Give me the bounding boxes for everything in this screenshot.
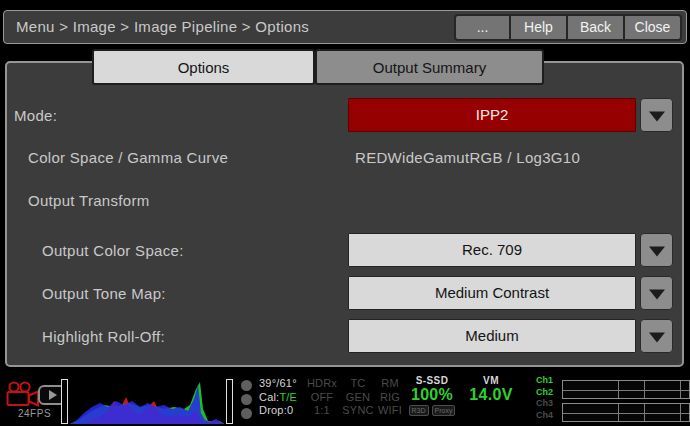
output-tone-map-label: Output Tone Map: bbox=[42, 285, 166, 302]
output-color-space-dropdown[interactable]: Rec. 709 bbox=[348, 233, 636, 267]
channel-2-label: Ch2 bbox=[536, 387, 553, 399]
titlebar-button-group: ... Help Back Close bbox=[454, 14, 682, 41]
mode-dropdown-arrow-icon[interactable] bbox=[640, 98, 673, 132]
media-status[interactable]: S-SSD 100% R3D Proxy bbox=[406, 375, 458, 416]
calibration-label: Cal: bbox=[259, 391, 279, 403]
timecode-status-column[interactable]: TCGENSYNC bbox=[340, 377, 376, 418]
histogram-right-bracket bbox=[226, 379, 233, 424]
voltage-value: 14.0V bbox=[465, 386, 517, 404]
rm-label: RM bbox=[381, 377, 399, 389]
status-bar: 24FPS 39°/61°Cal:T/EDrop:0 HDRxOFF1:1 TC… bbox=[0, 368, 690, 426]
histogram-left-bracket bbox=[61, 379, 68, 424]
camera-health-column[interactable]: 39°/61°Cal:T/EDrop:0 bbox=[259, 377, 297, 418]
output-transform-heading: Output Transform bbox=[28, 192, 150, 209]
highlight-rolloff-dropdown[interactable]: Medium bbox=[348, 319, 636, 353]
audio-channel-labels[interactable]: Ch1 Ch2 Ch3 Ch4 bbox=[536, 375, 553, 421]
breadcrumb: Menu > Image > Image Pipeline > Options bbox=[16, 18, 309, 35]
mode-dropdown[interactable]: IPP2 bbox=[348, 98, 636, 132]
output-color-space-label: Output Color Space: bbox=[42, 242, 184, 259]
rig-status-column[interactable]: RMRIGWIFI bbox=[372, 377, 408, 418]
audio-meter-ch1-ch2 bbox=[562, 380, 690, 399]
channel-1-label: Ch1 bbox=[536, 375, 553, 387]
color-space-gamma-label: Color Space / Gamma Curve bbox=[28, 149, 228, 166]
hdrx-mode: OFF bbox=[311, 391, 334, 403]
media-capacity-value: 100% bbox=[406, 386, 458, 404]
output-color-space-dropdown-arrow-icon[interactable] bbox=[640, 233, 673, 267]
status-led-2 bbox=[241, 394, 252, 405]
status-led-3 bbox=[241, 408, 252, 419]
tc-gen: GEN bbox=[346, 391, 370, 403]
record-camera-icon[interactable] bbox=[5, 381, 40, 409]
audio-meter-ch3-ch4 bbox=[562, 403, 690, 422]
tc-sync: SYNC bbox=[342, 404, 373, 416]
output-tone-map-dropdown-arrow-icon[interactable] bbox=[640, 276, 673, 310]
calibration-value: T/E bbox=[279, 391, 297, 403]
more-button[interactable]: ... bbox=[454, 14, 511, 41]
tab-output-summary[interactable]: Output Summary bbox=[315, 49, 544, 85]
close-button[interactable]: Close bbox=[625, 14, 682, 41]
back-button[interactable]: Back bbox=[568, 14, 625, 41]
proxy-badge: Proxy bbox=[432, 405, 456, 416]
power-source-label: VM bbox=[465, 375, 517, 386]
hdrx-label: HDRx bbox=[307, 377, 337, 389]
rig-label: RIG bbox=[380, 391, 400, 403]
hdrx-status-column[interactable]: HDRxOFF1:1 bbox=[303, 377, 341, 418]
power-status[interactable]: VM 14.0V bbox=[465, 375, 517, 404]
status-led-1 bbox=[241, 380, 252, 391]
r3d-badge: R3D bbox=[409, 405, 429, 416]
mode-label: Mode: bbox=[14, 107, 57, 124]
output-tone-map-dropdown[interactable]: Medium Contrast bbox=[348, 276, 636, 310]
wifi-label: WIFI bbox=[378, 404, 402, 416]
tc-label: TC bbox=[350, 377, 365, 389]
fps-indicator[interactable]: 24FPS bbox=[18, 408, 51, 419]
tab-options[interactable]: Options bbox=[92, 49, 315, 85]
hdrx-ratio: 1:1 bbox=[314, 404, 330, 416]
title-bar: Menu > Image > Image Pipeline > Options … bbox=[3, 10, 687, 44]
media-type-label: S-SSD bbox=[406, 375, 458, 386]
codec-badges: R3D Proxy bbox=[406, 405, 458, 416]
color-space-gamma-value: REDWideGamutRGB / Log3G10 bbox=[355, 149, 580, 166]
temperature-readout: 39°/61° bbox=[259, 377, 297, 389]
highlight-rolloff-dropdown-arrow-icon[interactable] bbox=[640, 319, 673, 353]
channel-4-label: Ch4 bbox=[536, 410, 553, 422]
rgb-histogram[interactable] bbox=[70, 379, 224, 424]
drop-frames: Drop:0 bbox=[259, 404, 293, 416]
help-button[interactable]: Help bbox=[511, 14, 568, 41]
channel-3-label: Ch3 bbox=[536, 398, 553, 410]
highlight-rolloff-label: Highlight Roll-Off: bbox=[42, 328, 165, 345]
red-camera-ui: { "titlebar": { "breadcrumb": "Menu > Im… bbox=[0, 0, 690, 426]
